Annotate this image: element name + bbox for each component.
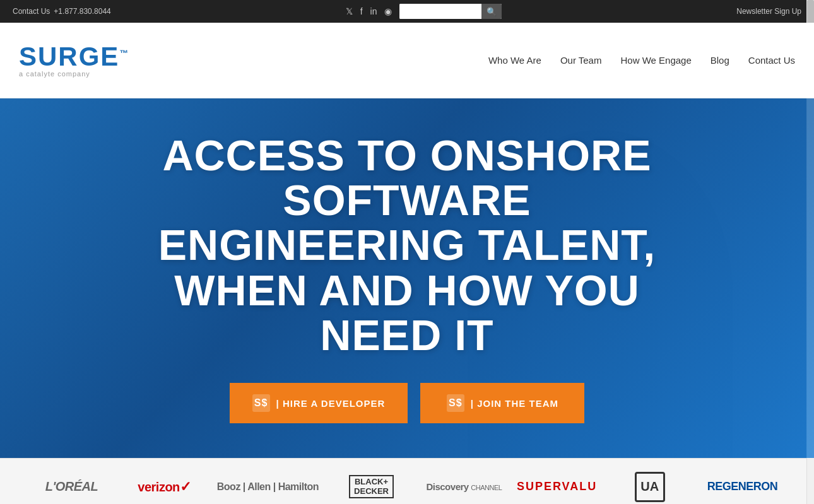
client-loreal: L'ORÉAL <box>25 479 118 494</box>
newsletter-area: Newsletter Sign Up <box>736 7 801 16</box>
facebook-icon[interactable]: f <box>360 6 363 16</box>
hero-content: ACCESS TO ONSHORE SOFTWARE ENGINEERING T… <box>133 133 681 424</box>
nav-our-team[interactable]: Our Team <box>560 55 602 66</box>
nav-who-we-are[interactable]: Who We Are <box>488 55 541 66</box>
hero-title: ACCESS TO ONSHORE SOFTWARE ENGINEERING T… <box>158 133 656 358</box>
nav-how-we-engage[interactable]: How We Engage <box>620 55 691 66</box>
nav-links: Who We Are Our Team How We Engage Blog C… <box>488 55 795 66</box>
logo-subtitle: a catalyte company <box>19 70 129 78</box>
client-blackdecker: BLACK+ DECKER <box>325 475 418 498</box>
twitter-icon[interactable]: 𝕏 <box>346 6 353 16</box>
client-under-armour: UA <box>603 472 696 502</box>
hero-buttons: S$ | HIRE A DEVELOPER S$ | JOIN THE TEAM <box>158 383 656 423</box>
client-supervalu: SUPERVALU <box>510 480 603 493</box>
search-bar[interactable]: 🔍 <box>399 4 502 19</box>
phone-number: +1.877.830.8044 <box>54 7 110 16</box>
hire-developer-button[interactable]: S$ | HIRE A DEVELOPER <box>230 383 408 423</box>
contact-info: Contact Us +1.877.830.8044 <box>13 7 111 16</box>
client-discovery: Discovery CHANNEL <box>418 481 510 492</box>
logo[interactable]: SURGE™ a catalyte company <box>19 44 129 78</box>
client-verizon: verizon✓ <box>118 479 211 495</box>
nav-blog[interactable]: Blog <box>711 55 729 66</box>
clients-bar: L'ORÉAL verizon✓ Booz | Allen | Hamilton… <box>0 458 814 504</box>
join-icon: S$ <box>447 394 464 412</box>
client-regeneron: REGENERON <box>696 480 789 493</box>
linkedin-icon[interactable]: in <box>370 6 377 16</box>
search-button[interactable]: 🔍 <box>481 4 502 19</box>
search-input[interactable] <box>399 4 481 19</box>
logo-text: SURGE™ <box>19 44 129 70</box>
hire-icon: S$ <box>252 394 270 412</box>
rss-icon[interactable]: ◉ <box>384 6 392 16</box>
client-booz: Booz | Allen | Hamilton <box>211 481 325 493</box>
top-bar: Contact Us +1.877.830.8044 𝕏 f in ◉ 🔍 Ne… <box>0 0 814 23</box>
nav-contact-us[interactable]: Contact Us <box>748 55 795 66</box>
contact-label: Contact Us <box>13 7 50 16</box>
main-nav: SURGE™ a catalyte company Who We Are Our… <box>0 23 814 98</box>
join-team-button[interactable]: S$ | JOIN THE TEAM <box>420 383 584 423</box>
social-links: 𝕏 f in ◉ 🔍 <box>346 4 502 19</box>
newsletter-link[interactable]: Newsletter Sign Up <box>736 7 801 16</box>
hero-section: ACCESS TO ONSHORE SOFTWARE ENGINEERING T… <box>0 98 814 458</box>
